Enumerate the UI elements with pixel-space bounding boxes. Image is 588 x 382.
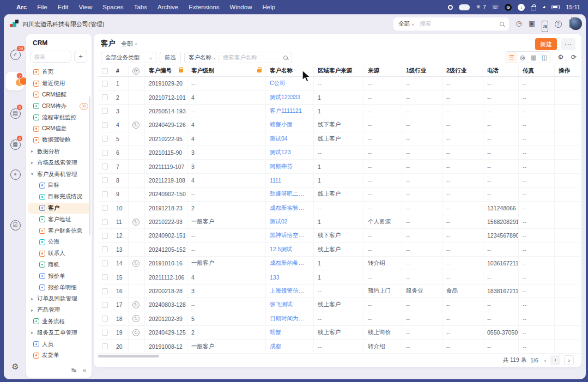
customer-name-cell[interactable]: 阿斯蒂芬 <box>266 160 314 173</box>
customer-link[interactable]: C公司 <box>270 80 286 87</box>
table-row[interactable]: 120191029-20--C公司------------ <box>98 77 580 90</box>
customer-link[interactable]: 螃蟹 <box>270 329 281 336</box>
customer-link[interactable]: 测试02 <box>270 218 288 226</box>
sidebar-item-3[interactable]: CRM待办30 <box>26 100 92 112</box>
sidebar-item-19[interactable]: 报价单明细 <box>26 282 92 293</box>
row-checkbox[interactable] <box>98 284 112 298</box>
sidebar-item-5[interactable]: CRM信息 <box>26 123 92 135</box>
checkbox-icon[interactable] <box>102 343 108 349</box>
row-checkbox[interactable] <box>98 77 112 90</box>
customer-name-cell[interactable]: 12.5测试 <box>266 243 314 256</box>
customer-link[interactable]: 螃蟹小面 <box>270 121 293 129</box>
table-row[interactable]: 19↻20240429-1252螃蟹线上客户线上询价----0550-37050… <box>98 326 580 339</box>
sidebar-item-21[interactable]: ▸产品管理 <box>26 305 92 316</box>
refresh-icon[interactable]: ⟳ <box>569 52 579 62</box>
customer-link[interactable]: 日期时间为周一 <box>270 315 310 323</box>
table-row[interactable]: 320250514-193--客户11111211---------- <box>98 105 580 118</box>
table-row[interactable]: 17↻20240803-128--张飞测试线上客户---------- <box>98 298 580 312</box>
settings-gear-icon[interactable]: ⚙ <box>556 52 566 62</box>
customer-name-cell[interactable]: 测试04 <box>266 132 314 145</box>
claw-icon[interactable]: ✳ <box>476 4 480 10</box>
table-row[interactable]: 720211119-1073阿斯蒂芬1---------- <box>98 160 580 173</box>
calendar-icon[interactable]: ▦6 <box>9 138 21 150</box>
filter-button[interactable]: 筛选 <box>160 52 181 63</box>
sidebar-item-9[interactable]: ▾客户及商机管理 <box>26 168 92 180</box>
customer-name-cell[interactable]: 成都新实验商场 <box>266 202 314 215</box>
switch-icon[interactable]: ↹ <box>71 367 76 374</box>
sidebar-item-22[interactable]: 业务流程 <box>26 316 92 328</box>
customer-search[interactable]: 客户名称 ∨ | 搜索客户名称 <box>184 52 292 63</box>
customer-name-cell[interactable]: 日期时间为周一 <box>266 312 314 325</box>
customer-name-cell[interactable]: 成都 <box>266 339 314 353</box>
sidebar-item-11[interactable]: 目标完成情况 <box>26 191 92 203</box>
customer-name-cell[interactable]: 上海领警信息科技... <box>266 284 314 298</box>
search-field-select[interactable]: 客户名称 <box>189 54 211 62</box>
horizontal-scrollbar[interactable] <box>98 355 159 357</box>
row-checkbox[interactable] <box>98 326 112 339</box>
menu-extensions[interactable]: Extensions <box>189 4 219 10</box>
checkbox-icon[interactable] <box>102 205 108 211</box>
sidebar-item-14[interactable]: 客户财务信息 <box>26 225 92 237</box>
row-checkbox[interactable] <box>98 90 112 104</box>
screen-pill-icon[interactable] <box>459 4 470 10</box>
sidebar-item-13[interactable]: 客户地址 <box>26 214 92 225</box>
table-row[interactable]: 1320241205-152--12.5测试线上客户---------- <box>98 243 580 257</box>
search-icon[interactable] <box>500 22 504 26</box>
sidebar-item-0[interactable]: 首页 <box>26 66 92 78</box>
menu-window[interactable]: Window <box>230 4 252 10</box>
table-row[interactable]: 820211219-108411111---------- <box>98 174 580 187</box>
sidebar-scrollbar[interactable] <box>89 96 90 235</box>
table-row[interactable]: 1620200218-283上海领警信息科技...--预约上门服务业食品1838… <box>98 284 580 298</box>
sidebar-item-24[interactable]: 人员 <box>26 338 92 350</box>
approval-check-icon[interactable]: ✓28 <box>9 48 21 60</box>
scope-dropdown[interactable]: 全部 <box>121 40 133 48</box>
customer-name-cell[interactable]: 测试123333 <box>266 90 314 104</box>
customer-link[interactable]: 1111 <box>270 177 281 184</box>
checkbox-icon[interactable] <box>102 233 108 239</box>
customer-link[interactable]: 上海领警信息科技... <box>270 287 310 295</box>
table-row[interactable]: 1020191218-232成都新实验商场--------131248066-- <box>98 202 580 215</box>
collapse-sidebar-icon[interactable]: « <box>83 367 86 374</box>
checkbox-icon[interactable] <box>102 191 108 197</box>
row-checkbox[interactable] <box>98 160 112 173</box>
customer-search-placeholder[interactable]: 搜索客户名称 <box>223 54 257 62</box>
record-icon[interactable] <box>448 5 453 10</box>
search-icon[interactable] <box>283 56 288 60</box>
sidebar-item-4[interactable]: 流程审批监控 <box>26 112 92 123</box>
row-checkbox[interactable] <box>98 118 112 131</box>
sidebar-item-17[interactable]: 商机 <box>26 259 92 271</box>
table-row[interactable]: 920240902-150--劲爆呀吧二哥小吃店线上客户---------- <box>98 187 580 201</box>
search-scope[interactable]: 全部 <box>398 20 410 28</box>
row-checkbox[interactable] <box>98 105 112 118</box>
row-checkbox[interactable] <box>98 243 112 256</box>
checkbox-icon[interactable] <box>102 108 108 114</box>
customer-link[interactable]: 成都新实验商场 <box>270 204 310 212</box>
prev-page-button[interactable]: ‹ <box>550 355 560 365</box>
checkbox-icon[interactable] <box>102 81 108 87</box>
checkbox-icon[interactable] <box>102 288 108 294</box>
customer-name-cell[interactable]: 133 <box>266 270 314 283</box>
customer-name-cell[interactable]: 测试123 <box>266 146 314 159</box>
next-page-button[interactable]: › <box>564 355 574 365</box>
sidebar-item-6[interactable]: 数据驾驶舱 <box>26 135 92 146</box>
table-row[interactable]: 14↻20191010-16一般客户成都新的希望集团...1转介绍----103… <box>98 257 580 270</box>
history-icon[interactable]: ◷ <box>514 19 524 29</box>
sidebar-item-8[interactable]: ▸市场及线索管理 <box>26 157 92 168</box>
table-row[interactable]: 620210115-903测试123------------ <box>98 146 580 160</box>
sidebar-item-23[interactable]: ▸服务及工单管理 <box>26 327 92 338</box>
row-checkbox[interactable] <box>98 257 112 270</box>
customer-name-cell[interactable]: 测试02 <box>266 215 314 228</box>
table-row[interactable]: 2020191008-12一般客户成都--转介绍-------- <box>98 339 580 353</box>
row-checkbox[interactable] <box>98 174 112 187</box>
checkbox-icon[interactable] <box>102 246 108 252</box>
row-checkbox[interactable] <box>98 187 112 201</box>
sidebar-item-18[interactable]: 报价单 <box>26 270 92 282</box>
row-checkbox[interactable] <box>98 298 112 311</box>
row-checkbox[interactable] <box>98 215 112 228</box>
customer-link[interactable]: 客户1111121 <box>270 107 302 115</box>
sidebar-item-16[interactable]: 联系人 <box>26 248 92 259</box>
global-search[interactable]: 全部 ∨ 搜索 <box>393 17 509 31</box>
page-select[interactable]: 1/6 <box>530 357 538 363</box>
sidebar-item-10[interactable]: 目标 <box>26 180 92 191</box>
menu-file[interactable]: File <box>37 4 47 10</box>
